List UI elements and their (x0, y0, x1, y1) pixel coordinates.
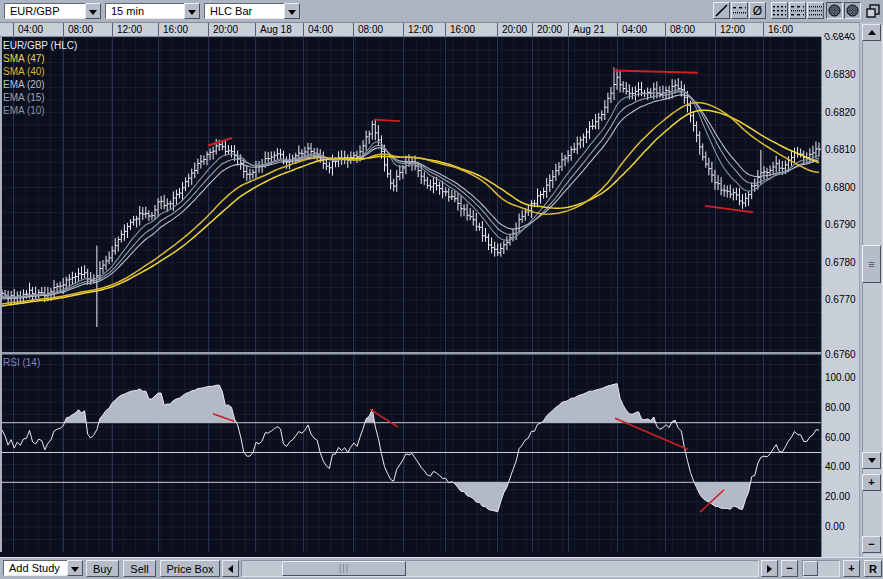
pane-zoom-out-button[interactable]: − (862, 536, 881, 553)
time-tick (763, 23, 764, 37)
pattern-dark-icon[interactable] (826, 2, 843, 19)
horizontal-scrollbar-track[interactable]: ||| (241, 560, 759, 577)
time-label: 16:00 (163, 24, 188, 35)
chart-area[interactable]: EUR/GBP (HLC)SMA (47)SMA (40)EMA (20)EMA… (0, 37, 821, 557)
time-tick (568, 23, 569, 37)
chart-type-dropdown-button[interactable] (284, 3, 300, 19)
chevron-down-icon (188, 10, 196, 15)
axis-label: 0.6840 (825, 37, 856, 42)
price-axis[interactable]: 0.68400.68300.68200.68100.68000.67900.67… (821, 37, 859, 557)
time-label: 08:00 (68, 24, 93, 35)
chevron-down-icon (71, 567, 79, 572)
time-label: 20:00 (502, 24, 527, 35)
rsi-study-label: RSI (14) (3, 357, 40, 368)
time-axis: 04:0008:0012:0016:0020:00Aug 1804:0008:0… (0, 22, 859, 37)
axis-label: 0.6760 (825, 349, 856, 360)
plus-icon: + (868, 477, 874, 488)
scroll-up-button[interactable] (862, 24, 881, 41)
axis-label: 0.6780 (825, 257, 856, 268)
time-tick (497, 23, 498, 37)
minus-icon: − (786, 563, 792, 574)
axis-label: 0.6770 (825, 294, 856, 305)
time-tick (303, 23, 304, 37)
axis-corner: 0.6840 (821, 22, 859, 37)
symbol-select[interactable]: EUR/GBP (4, 3, 86, 19)
symbol-dropdown-button[interactable] (85, 3, 101, 19)
scroll-right-button[interactable] (761, 560, 778, 577)
grip-icon: ≡ (868, 259, 874, 270)
pane-zoom-in-button[interactable]: + (862, 474, 881, 491)
time-tick (208, 23, 209, 37)
grid-style-2-icon[interactable] (789, 2, 806, 19)
scroll-down-button[interactable] (862, 452, 881, 469)
chart-window: EUR/GBP 15 min HLC Bar Ø 04:0008:0012:00… (0, 0, 883, 579)
time-label: 08:00 (670, 24, 695, 35)
reset-button[interactable]: R (864, 560, 882, 577)
horizontal-scrollbar-thumb[interactable]: ||| (282, 561, 406, 576)
arrow-left-icon (228, 565, 233, 573)
zoom-out-button[interactable]: − (781, 560, 798, 577)
trendline-icon[interactable] (713, 2, 730, 19)
axis-label: 0.6790 (825, 219, 856, 230)
time-label: 04:00 (18, 24, 43, 35)
grid-style-3-icon[interactable] (807, 2, 824, 19)
time-label: 04:00 (308, 24, 333, 35)
time-label: 16:00 (768, 24, 793, 35)
interval-select[interactable]: 15 min (105, 3, 185, 19)
buy-button[interactable]: Buy (86, 560, 119, 577)
time-tick (403, 23, 404, 37)
minus-icon: − (868, 539, 874, 550)
arrow-down-icon (868, 458, 876, 463)
sell-button[interactable]: Sell (123, 560, 156, 577)
time-label: 20:00 (213, 24, 238, 35)
time-label: 20:00 (537, 24, 562, 35)
zoom-slider-thumb[interactable] (803, 561, 818, 576)
chevron-down-icon (288, 10, 296, 15)
time-tick (13, 23, 14, 37)
axis-label: 0.00 (825, 521, 844, 532)
axis-label: 0.6830 (825, 69, 856, 80)
time-tick (445, 23, 446, 37)
axis-label: 0.6820 (825, 107, 856, 118)
axis-label: 40.00 (825, 461, 850, 472)
time-tick (112, 23, 113, 37)
top-toolbar: EUR/GBP 15 min HLC Bar Ø (0, 0, 883, 22)
pane-divider[interactable] (0, 352, 821, 355)
time-label: 16:00 (450, 24, 475, 35)
line-style-icon[interactable] (731, 2, 748, 19)
axis-label: 20.00 (825, 491, 850, 502)
time-tick (63, 23, 64, 37)
axis-label: 100.00 (825, 372, 856, 383)
scroll-left-button[interactable] (222, 560, 239, 577)
add-study-dropdown-button[interactable] (67, 560, 83, 576)
time-label: 12:00 (408, 24, 433, 35)
time-tick (255, 23, 256, 37)
chart-type-select[interactable]: HLC Bar (204, 3, 285, 19)
time-tick (617, 23, 618, 37)
time-label: 08:00 (358, 24, 383, 35)
pattern-darker-icon[interactable] (844, 2, 861, 19)
time-label: 04:00 (622, 24, 647, 35)
clear-studies-icon[interactable]: Ø (749, 2, 766, 19)
chevron-down-icon (89, 10, 97, 15)
axis-label: 0.6800 (825, 182, 856, 193)
new-window-icon[interactable] (864, 2, 882, 20)
zoom-slider-track[interactable] (802, 560, 840, 577)
time-label: 12:00 (720, 24, 745, 35)
grid-style-1-icon[interactable] (771, 2, 788, 19)
chart-canvas[interactable] (0, 37, 821, 557)
zoom-in-button[interactable]: + (843, 560, 860, 577)
vertical-scrollbar-thumb[interactable]: ≡ (862, 245, 881, 283)
interval-dropdown-button[interactable] (184, 3, 200, 19)
time-tick (353, 23, 354, 37)
axis-label: 60.00 (825, 432, 850, 443)
bottom-toolbar: Add Study Buy Sell Price Box ||| − + R (0, 557, 883, 579)
price-box-button[interactable]: Price Box (160, 560, 220, 577)
time-tick (715, 23, 716, 37)
time-tick (532, 23, 533, 37)
add-study-select[interactable]: Add Study (3, 560, 72, 576)
axis-label: 0.6810 (825, 144, 856, 155)
time-label: 12:00 (117, 24, 142, 35)
time-label: Aug 21 (573, 24, 605, 35)
arrow-right-icon (767, 565, 772, 573)
